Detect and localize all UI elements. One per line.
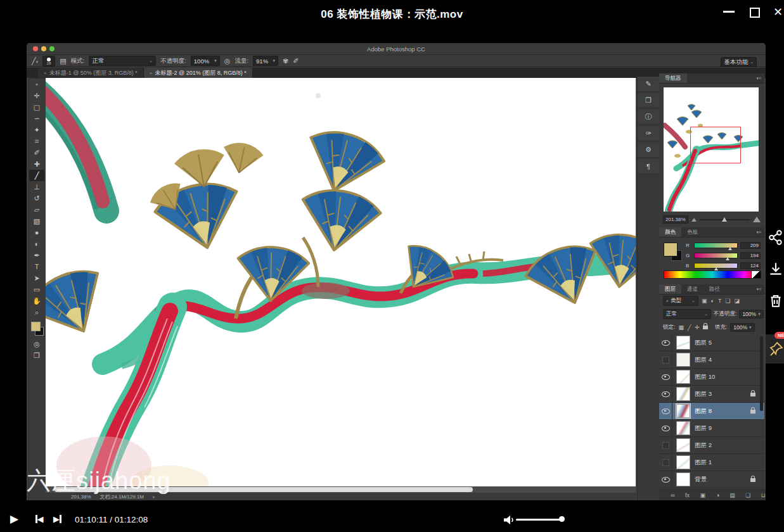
layer-row[interactable]: 背景 — [659, 471, 764, 488]
visibility-eye-icon[interactable] — [659, 471, 672, 488]
panel-menu-icon[interactable]: ▾≡ — [756, 230, 761, 235]
foreground-swatch[interactable] — [31, 322, 41, 331]
new-layer-icon[interactable]: ❏ — [745, 492, 750, 498]
navigator-zoom-slider[interactable] — [700, 219, 750, 220]
visibility-off-icon[interactable] — [659, 352, 672, 368]
layer-name[interactable]: 图层 2 — [695, 441, 712, 450]
lock-all-icon[interactable] — [703, 326, 708, 329]
panel-menu-icon[interactable]: ▾≡ — [756, 287, 761, 292]
layers-scrollbar[interactable] — [760, 336, 763, 411]
layer-row[interactable]: 图层 5 — [659, 334, 764, 352]
layer-thumbnail[interactable] — [676, 404, 690, 418]
type-tool[interactable]: T — [29, 261, 44, 272]
layer-name[interactable]: 图层 3 — [695, 390, 712, 398]
magic-wand-tool[interactable]: ✦ — [29, 124, 44, 136]
toolbar-collapse-icon[interactable]: » — [29, 79, 44, 90]
marquee-tool[interactable]: ▢ — [29, 101, 44, 113]
document-tab-2[interactable]: ×未标题-2 @ 201% (图层 8, RGB/8) * — [144, 68, 253, 78]
layer-thumbnail[interactable] — [676, 353, 690, 367]
move-tool[interactable]: ✛ — [29, 90, 44, 101]
brush-tool-preset-icon[interactable]: ╱▾ — [32, 57, 38, 65]
close-icon[interactable]: ✕ — [773, 5, 783, 19]
layer-opacity-select[interactable]: 100%▾ — [739, 310, 763, 319]
layers-tab[interactable]: 图层 — [659, 284, 681, 294]
next-icon[interactable]: ▶ — [53, 514, 61, 524]
filter-shape-icon[interactable]: ❏ — [725, 298, 730, 304]
download-icon[interactable] — [768, 261, 784, 277]
opacity-select[interactable]: 100%▾ — [191, 56, 220, 66]
paragraph-icon[interactable]: ¶ — [638, 159, 659, 174]
blend-mode-select[interactable]: 正常⌄ — [663, 309, 711, 319]
play-icon[interactable]: ▶ — [10, 512, 18, 526]
link-layers-icon[interactable]: ∞ — [671, 492, 674, 498]
red-value[interactable]: 209 — [740, 242, 761, 249]
pressure-size-icon[interactable]: ✐ — [293, 57, 299, 65]
share-icon[interactable] — [768, 229, 784, 246]
navigator-viewport-rect[interactable] — [690, 127, 741, 163]
zoom-out-icon[interactable] — [691, 218, 697, 222]
clone-source-icon[interactable]: ❐ — [638, 93, 659, 108]
clone-stamp-tool[interactable]: ⊥ — [29, 181, 44, 193]
red-slider[interactable] — [694, 243, 738, 248]
gradient-tool[interactable]: ▧ — [29, 215, 44, 227]
lasso-tool[interactable]: ∽ — [29, 113, 44, 124]
healing-brush-tool[interactable]: ✚ — [29, 158, 44, 170]
visibility-off-icon[interactable] — [659, 437, 672, 453]
quick-mask-icon[interactable]: ◎ — [29, 338, 44, 350]
green-value[interactable]: 194 — [740, 252, 761, 259]
filter-smart-icon[interactable]: ◪ — [735, 298, 740, 304]
flow-select[interactable]: 91%▾ — [253, 56, 278, 66]
navigator-thumbnail[interactable] — [664, 87, 759, 212]
foreground-color-swatch[interactable] — [664, 243, 678, 256]
layer-row[interactable]: 图层 2 — [659, 437, 764, 454]
previous-icon[interactable]: ◀ — [35, 514, 44, 524]
blur-tool[interactable]: ● — [29, 227, 44, 238]
layer-name[interactable]: 图层 8 — [695, 407, 712, 415]
filter-adjust-icon[interactable]: ◐ — [711, 298, 714, 304]
history-brush-tool[interactable]: ↺ — [29, 193, 44, 204]
brush-panel-toggle-icon[interactable]: ▤ — [60, 57, 66, 65]
screen-mode-icon[interactable]: ❐ — [29, 350, 44, 361]
mode-select[interactable]: 正常⌄ — [89, 56, 156, 66]
dodge-tool[interactable]: ◐ — [29, 238, 44, 250]
zoom-tool[interactable]: ⌕ — [29, 307, 44, 318]
visibility-off-icon[interactable] — [659, 454, 672, 471]
green-slider[interactable] — [694, 253, 738, 258]
visibility-eye-icon[interactable] — [659, 334, 672, 351]
lock-pixels-icon[interactable]: ╱ — [688, 324, 691, 331]
panel-menu-icon[interactable]: ▾≡ — [756, 76, 761, 81]
volume-icon[interactable] — [503, 515, 515, 525]
layer-thumbnail[interactable] — [676, 438, 690, 452]
canvas[interactable] — [46, 78, 636, 486]
layer-thumbnail[interactable] — [676, 387, 690, 401]
blue-slider[interactable] — [694, 263, 738, 269]
trash-icon[interactable] — [768, 293, 784, 309]
layer-name[interactable]: 图层 10 — [695, 373, 715, 381]
layer-row[interactable]: 图层 8 — [659, 403, 764, 420]
pin-icon[interactable] — [769, 341, 784, 357]
eraser-tool[interactable]: ▱ — [29, 204, 44, 215]
shape-tool[interactable]: ▭ — [29, 284, 44, 295]
visibility-eye-icon[interactable] — [659, 403, 672, 419]
path-select-tool[interactable]: ➤ — [29, 272, 44, 284]
layer-style-icon[interactable]: fx — [685, 492, 690, 498]
layer-thumbnail[interactable] — [676, 472, 690, 486]
eyedropper-tool[interactable]: ✐ — [29, 147, 44, 158]
brush-settings-icon[interactable]: ✑ — [638, 126, 659, 141]
layer-thumbnail[interactable] — [676, 455, 690, 469]
layer-thumbnail[interactable] — [676, 421, 690, 435]
swatches-tab[interactable]: 色板 — [681, 227, 704, 237]
crop-tool[interactable]: ⌗ — [29, 136, 44, 147]
layer-row[interactable]: 图层 3 — [659, 386, 764, 403]
airbrush-toggle-icon[interactable]: ✾ — [283, 57, 288, 65]
layer-thumbnail[interactable] — [676, 370, 690, 384]
visibility-eye-icon[interactable] — [659, 420, 672, 436]
color-tab[interactable]: 颜色 — [659, 227, 681, 237]
channels-tab[interactable]: 通道 — [681, 284, 704, 294]
color-spectrum-ramp[interactable] — [664, 270, 761, 279]
layer-name[interactable]: 图层 4 — [695, 356, 712, 364]
lock-transparency-icon[interactable]: ▦ — [678, 324, 684, 331]
layer-name[interactable]: 图层 5 — [695, 339, 712, 347]
layer-row[interactable]: 图层 4 — [659, 352, 764, 369]
visibility-eye-icon[interactable] — [659, 386, 672, 402]
